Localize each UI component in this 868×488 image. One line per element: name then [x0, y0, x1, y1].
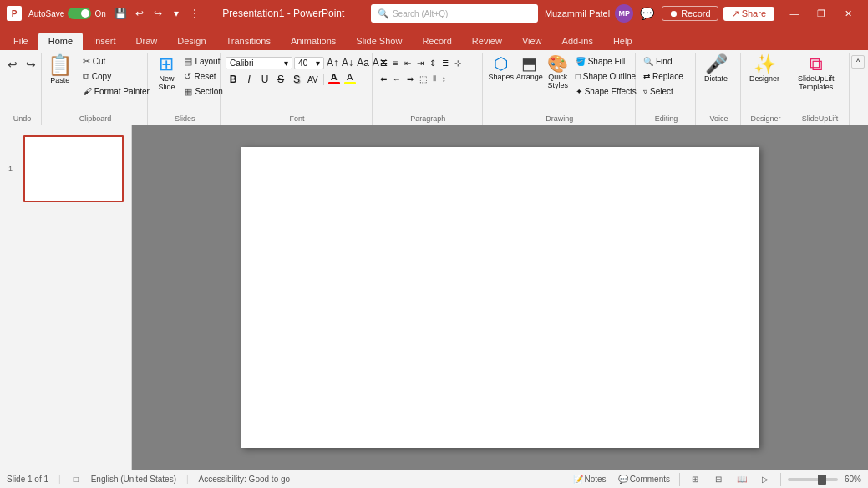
copy-button[interactable]: ⧉ Copy	[80, 69, 152, 84]
ribbon-group-slideuplift: ⧉ SlideUpLiftTemplates SlideUpLift	[791, 53, 850, 125]
notes-button[interactable]: 📝 Notes	[571, 475, 609, 484]
numbering-button[interactable]: ≡	[391, 55, 401, 70]
font-color-button[interactable]: A	[327, 72, 342, 87]
format-painter-icon: 🖌	[83, 86, 92, 96]
tab-view[interactable]: View	[512, 33, 552, 50]
align-text-icon: ≣	[442, 58, 449, 68]
qa-redo-btn[interactable]: ↪	[150, 5, 166, 22]
close-button[interactable]: ✕	[835, 0, 861, 27]
dictate-button[interactable]: 🎤 Dictate	[701, 53, 731, 84]
record-button[interactable]: ⏺ Record	[662, 6, 718, 21]
shape-outline-icon: □	[576, 72, 581, 81]
qa-undo-btn[interactable]: ↩	[131, 5, 148, 22]
font-size-selector[interactable]: 40 ▾	[294, 57, 324, 69]
strikethrough-button[interactable]: S	[273, 72, 288, 87]
shapes-button[interactable]: ⬡ Shapes	[488, 53, 515, 83]
copy-label: Copy	[92, 72, 111, 81]
slide-canvas[interactable]	[241, 147, 759, 448]
increase-font-size-button[interactable]: A↑	[326, 55, 339, 70]
align-text-button[interactable]: ≣	[439, 55, 451, 70]
underline-button[interactable]: U	[257, 72, 272, 87]
cut-button[interactable]: ✂ Cut	[80, 53, 152, 69]
tab-help[interactable]: Help	[603, 33, 642, 50]
change-case-button[interactable]: Aa	[356, 55, 370, 70]
ribbon-collapse-button[interactable]: ^	[851, 55, 865, 69]
tab-addins[interactable]: Add-ins	[552, 33, 603, 50]
redo-button[interactable]: ↪	[23, 57, 39, 72]
decrease-indent-button[interactable]: ⇤	[402, 55, 414, 70]
replace-label: Replace	[652, 72, 683, 81]
tab-animations[interactable]: Animations	[281, 33, 346, 50]
qa-customize-btn[interactable]: ⋮	[186, 5, 203, 22]
align-right-button[interactable]: ➡	[404, 71, 416, 86]
format-painter-button[interactable]: 🖌 Format Painter	[80, 84, 152, 99]
tab-transitions[interactable]: Transitions	[216, 33, 281, 50]
quick-styles-button[interactable]: 🎨 QuickStyles	[545, 53, 571, 91]
shape-fill-button[interactable]: 🪣 Shape Fill	[573, 53, 639, 69]
powerpoint-logo: P	[7, 6, 22, 21]
qa-more-btn[interactable]: ▾	[168, 5, 185, 22]
decrease-font-size-button[interactable]: A↓	[341, 55, 354, 70]
select-button[interactable]: ▿ Select	[641, 84, 686, 99]
replace-button[interactable]: ⇄ Replace	[641, 69, 686, 84]
reading-view-button[interactable]: 📖	[733, 473, 750, 486]
tab-insert[interactable]: Insert	[83, 33, 126, 50]
find-button[interactable]: 🔍 Find	[641, 53, 686, 69]
slideuplift-label: SlideUpLiftTemplates	[798, 74, 835, 91]
slideshow-view-button[interactable]: ▷	[757, 473, 774, 486]
align-center-button[interactable]: ↔	[390, 71, 404, 86]
slide-sorter-button[interactable]: ⊟	[710, 473, 727, 486]
feedback-btn[interactable]: 💬	[638, 5, 655, 22]
share-button[interactable]: ↗ Share	[723, 7, 774, 21]
reset-button[interactable]: ↺ Reset	[181, 69, 225, 84]
normal-view-button[interactable]: ⊞	[687, 473, 703, 486]
bold-button[interactable]: B	[226, 72, 241, 87]
font-content: Calibri ▾ 40 ▾ A↑ A↓ Aa A✕	[226, 53, 368, 114]
layout-button[interactable]: ▤ Layout	[181, 53, 225, 69]
minimize-button[interactable]: —	[781, 0, 808, 27]
italic-button[interactable]: I	[241, 72, 256, 87]
search-bar[interactable]: 🔍 Search (Alt+Q)	[371, 4, 538, 23]
line-spacing-button[interactable]: ↕	[439, 71, 449, 86]
align-left-button[interactable]: ⬅	[378, 71, 389, 86]
tab-slideshow[interactable]: Slide Show	[346, 33, 412, 50]
tab-design[interactable]: Design	[167, 33, 216, 50]
bullets-button[interactable]: ☰	[378, 55, 390, 70]
new-slide-button[interactable]: ⊞ NewSlide	[153, 53, 180, 93]
text-direction-button[interactable]: ⇕	[427, 55, 439, 70]
bold-label: B	[230, 74, 237, 85]
convert-smartart-button[interactable]: ⊹	[452, 55, 464, 70]
text-direction-icon: ⇕	[429, 58, 436, 68]
autosave-toggle[interactable]	[68, 8, 91, 19]
decrease-indent-icon: ⇤	[404, 58, 411, 68]
app-logo: P	[7, 6, 22, 21]
section-button[interactable]: ▦ Section	[181, 84, 225, 99]
arrange-button[interactable]: ⬒ Arrange	[516, 53, 543, 83]
user-avatar[interactable]: MP	[615, 4, 633, 23]
comments-button[interactable]: 💬 Comments	[616, 475, 673, 484]
columns-button[interactable]: ⫴	[430, 71, 439, 86]
text-highlight-button[interactable]: A	[343, 72, 358, 87]
tab-draw[interactable]: Draw	[126, 33, 168, 50]
char-spacing-button[interactable]: AV	[305, 72, 321, 87]
justify-button[interactable]: ⬚	[417, 71, 429, 86]
designer-button[interactable]: ✨ Designer	[746, 53, 783, 84]
maximize-button[interactable]: ❐	[808, 0, 835, 27]
shape-effects-button[interactable]: ✦ Shape Effects	[573, 84, 639, 99]
increase-indent-button[interactable]: ⇥	[414, 55, 426, 70]
undo-button[interactable]: ↩	[4, 57, 21, 72]
tab-review[interactable]: Review	[462, 33, 512, 50]
tab-record[interactable]: Record	[412, 33, 461, 50]
slide-indicator-btn[interactable]: □	[71, 475, 81, 484]
slide-thumbnail-1[interactable]	[23, 135, 124, 202]
tab-home[interactable]: Home	[38, 33, 83, 50]
zoom-slider[interactable]	[788, 478, 838, 481]
shape-outline-button[interactable]: □ Shape Outline	[573, 69, 639, 84]
paste-button[interactable]: 📋 Paste	[47, 53, 74, 86]
font-name-selector[interactable]: Calibri ▾	[226, 57, 292, 69]
slideuplift-button[interactable]: ⧉ SlideUpLiftTemplates	[794, 53, 838, 93]
bullets-icon: ☰	[380, 58, 388, 68]
tab-file[interactable]: File	[3, 33, 38, 50]
qa-save-btn[interactable]: 💾	[113, 5, 129, 22]
shadow-button[interactable]: S	[289, 72, 304, 87]
